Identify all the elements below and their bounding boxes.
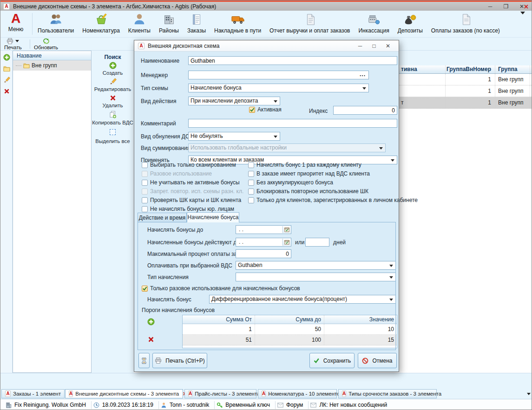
wait-indicator-button[interactable] [138, 353, 150, 368]
minimize-button[interactable]: ─ [482, 3, 498, 10]
grid-column-group[interactable]: Группа [495, 65, 530, 73]
refresh-icon [43, 38, 50, 44]
status-personal-cabinet[interactable]: ЛК: Нет новых сообщений [309, 401, 392, 409]
index-field[interactable] [333, 106, 397, 115]
checkbox-check-barcodes[interactable]: Проверять ШК карты и ШК клиента [142, 197, 241, 203]
checkbox-icon [142, 162, 148, 168]
checkbox-icon [142, 171, 148, 177]
checkbox-ignore-inactive-bonuses[interactable]: Не учитывать не активные бонусы [142, 179, 240, 186]
add-group-icon[interactable] [3, 54, 10, 61]
tab-external-discount-schemes[interactable]: A Внешние дисконтные схемы - 3 элемента … [65, 389, 183, 398]
dialog-minimize-button[interactable]: ─ [353, 43, 367, 49]
tab-action-and-time[interactable]: Действие и время [138, 213, 187, 222]
truck-icon [231, 12, 245, 27]
status-datetime: 18.09.2023 16:18:19 [92, 401, 158, 409]
browse-button[interactable]: ... [360, 71, 366, 78]
dialog-title-bar[interactable]: A Внешняя дисконтная схема ─ □ ✕ [134, 40, 399, 52]
print-dialog-button[interactable]: Печать (Ctrl+P) [152, 353, 207, 368]
toolbar-overflow-dropdown-icon[interactable] [520, 12, 525, 14]
toolbar-item-clients[interactable]: Клиенты [124, 11, 155, 37]
toolbar-item-revenue-report[interactable]: Отчет выручки и оплат заказов [265, 11, 354, 37]
refresh-button[interactable]: Обновить [34, 38, 58, 50]
print-button[interactable]: Печать [4, 38, 22, 50]
active-checkbox[interactable]: Активная [249, 106, 282, 113]
grid-column-active[interactable]: тивна [399, 65, 446, 73]
save-button[interactable]: Сохранить [309, 353, 355, 368]
folder-icon[interactable] [3, 65, 10, 72]
scheme-type-select[interactable]: Начисление бонуса [188, 84, 369, 92]
action-kind-label: Вид действия [141, 98, 177, 104]
toolbar-item-orders[interactable]: Заказы [183, 11, 210, 37]
edit-button[interactable]: Редактировать [92, 86, 134, 92]
printer-icon [7, 38, 13, 44]
checkbox-icon [248, 171, 254, 177]
checkbox-only-registered-clients[interactable]: Только для клиентов, зарегистрированных … [248, 197, 418, 203]
check-icon [313, 358, 320, 364]
grid-row[interactable]: 1 Вне групп [399, 85, 532, 97]
copy-icon[interactable] [92, 111, 134, 118]
checkbox-block-barcode-reuse[interactable]: Блокировать повторное использование ШК [248, 188, 368, 195]
grid-header-row: тивна ГруппаВнНомер Группа [399, 65, 532, 74]
menu-button[interactable]: A Меню [0, 11, 31, 37]
toolbar-item-districts[interactable]: Районы [155, 11, 183, 37]
checkbox-single-use: Разовое использование [142, 170, 212, 177]
grid-column-group-number[interactable]: ГруппаВнНомер [446, 65, 495, 73]
tab-order-urgency-types[interactable]: A Типы срочности заказов - 3 элемента [338, 389, 437, 398]
grid-row-selected[interactable]: т 1 Вне групп [399, 97, 532, 109]
chevron-down-icon [379, 147, 383, 150]
delete-button[interactable]: Удалить [92, 103, 134, 108]
checkbox-priority-over-client-vds[interactable]: В заказе имеет приоритет над ВДС клиента [248, 170, 370, 177]
key-icon [217, 402, 223, 408]
title-bar[interactable]: A Внешние дисконтные схемы - 3 элемента … [0, 2, 532, 11]
manager-field[interactable]: ... [188, 71, 369, 79]
status-forum[interactable]: Форум [276, 401, 308, 409]
select-all-button[interactable]: Выделить все [92, 138, 134, 144]
delete-icon[interactable] [92, 94, 134, 102]
agbis-a-icon: A [11, 12, 20, 26]
checkbox-no-accumulating-bonus[interactable]: Без аккумулирующего бонуса [248, 179, 333, 186]
checkbox-icon [142, 206, 148, 212]
tab-orders[interactable]: A Заказы - 1 элемент [1, 389, 65, 398]
dialog-close-button[interactable]: ✕ [381, 43, 395, 49]
restore-button[interactable]: ❐ [498, 3, 514, 10]
comment-field[interactable] [188, 119, 397, 128]
grid-row[interactable]: 1 Вне групп [399, 74, 532, 85]
tab-overflow-dropdown-icon[interactable] [527, 393, 531, 395]
name-field[interactable] [188, 56, 397, 65]
checkbox-icon [142, 180, 148, 186]
create-button[interactable]: Создать [92, 70, 134, 76]
select-all-icon[interactable] [92, 129, 134, 135]
checkbox-no-bonus-legal-entities[interactable]: Не начислять бонусы юр. лицам [142, 206, 234, 212]
chevron-down-icon [391, 159, 394, 162]
tab-a-icon: A [188, 390, 192, 397]
toolbar-item-encashment[interactable]: Инкассация [354, 11, 393, 37]
cancel-button[interactable]: Отмена [358, 353, 397, 368]
checkbox-scan-only[interactable]: Выбирать только сканированием [142, 162, 236, 168]
edit-icon[interactable] [92, 78, 134, 85]
checkbox-icon [142, 197, 148, 203]
window-title: Внешние дисконтные схемы - 3 элемента - … [13, 3, 216, 10]
tab-bonus-accrual[interactable]: Начисление бонуса [187, 212, 239, 222]
tree-column-header[interactable]: Название [13, 51, 91, 60]
add-icon[interactable] [92, 62, 134, 69]
tab-price-lists[interactable]: A Прайс-листы - 3 элемента [184, 389, 256, 398]
chevron-down-icon [362, 87, 366, 90]
edit-group-icon[interactable] [3, 77, 10, 84]
toolbar-item-deposits[interactable]: Депозиты [394, 11, 427, 37]
action-kind-select[interactable]: При начислении депозита [188, 97, 280, 105]
tab-nomenclature[interactable]: A Номенклатура - 10 элементов [258, 389, 337, 398]
tree-item-outside-groups[interactable]: Вне групп [13, 60, 91, 71]
reset-kind-select[interactable]: Не обнулять [188, 132, 280, 141]
search-section-title: Поиск [92, 54, 134, 60]
toolbar-item-order-payments[interactable]: Оплаты заказов (по кассе) [427, 11, 504, 37]
deposits-icon [403, 12, 417, 27]
checkbox-bonus-once-per-client[interactable]: Начислять бонус 1 раз каждому клиенту [248, 162, 361, 168]
toolbar-item-nomenclature[interactable]: Номенклатура [78, 11, 124, 37]
delete-group-icon[interactable] [3, 88, 10, 95]
toolbar-item-invoices-in-transit[interactable]: Накладные в пути [210, 11, 265, 37]
copy-vds-button[interactable]: Копировать ВДС [92, 120, 134, 125]
close-view-icon[interactable]: ✕ [524, 4, 529, 10]
toolbar-item-users[interactable]: Пользователи [33, 11, 78, 37]
dialog-maximize-button[interactable]: □ [367, 43, 381, 49]
print-dropdown-icon[interactable] [15, 40, 19, 42]
